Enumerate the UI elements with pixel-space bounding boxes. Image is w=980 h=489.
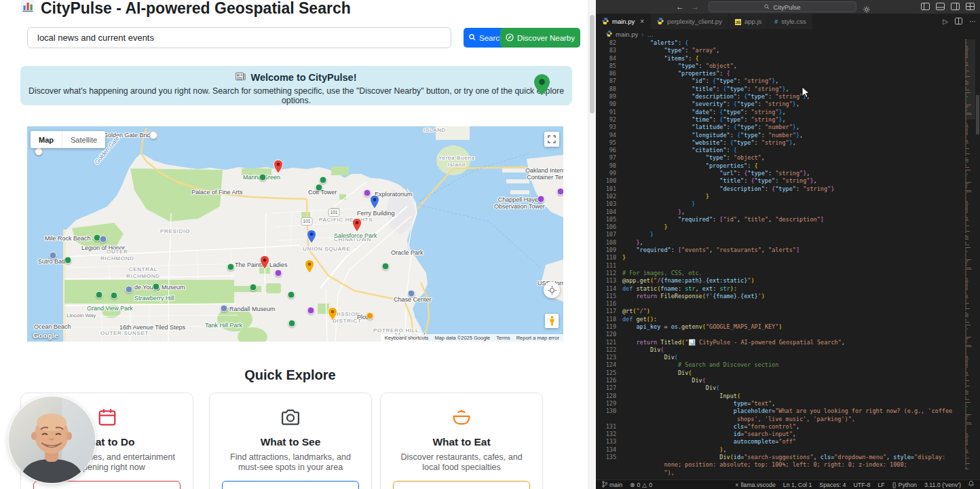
map-marker-museum-dot[interactable]: [126, 286, 133, 293]
css-file-icon: #: [774, 18, 778, 25]
python-file-icon: [657, 18, 664, 26]
google-map[interactable]: Golden Gate BridgeGolden GateISLANDYerba…: [27, 126, 563, 342]
map-marker-orange-dot[interactable]: [366, 312, 374, 320]
banner-body: Discover what's happening around you rig…: [20, 86, 572, 105]
editor-tab-perplexity_client.py[interactable]: perplexity_client.py: [651, 14, 729, 29]
nav-back-icon[interactable]: ←: [676, 2, 684, 12]
eol[interactable]: LF: [878, 482, 884, 488]
editor-scrollbar[interactable]: [976, 95, 979, 134]
code-line: 109 "required": ["events", "restaurants"…: [596, 247, 965, 254]
pegman-street-view[interactable]: [545, 314, 559, 328]
map-marker-green-dot[interactable]: [64, 257, 72, 264]
map-marker-red-pin[interactable]: [352, 218, 362, 235]
llama-vscode-status[interactable]: ×llama.vscode: [735, 482, 775, 488]
citypulse-app: CityPulse - AI-powered Geospatial Search…: [0, 0, 596, 489]
status-bar: main ⊗0 △0 ×llama.vscodeLn 1, Col 1Space…: [596, 479, 980, 489]
code-line: 94 "longitude": {"type": "number"},: [596, 132, 965, 139]
breadcrumb[interactable]: main.py › …: [596, 29, 980, 39]
fullscreen-button[interactable]: [544, 132, 559, 147]
map-type-satellite-button[interactable]: Satellite: [62, 131, 105, 148]
map-marker-green-dot[interactable]: [316, 184, 323, 192]
map-type-map-button[interactable]: Map: [31, 136, 62, 144]
map-pin-icon: [534, 74, 550, 98]
editor-tab-app.js[interactable]: JSapp.js: [729, 14, 768, 29]
map-marker-purple-dot[interactable]: [364, 189, 371, 197]
report-error-link[interactable]: Report a map error: [516, 335, 559, 341]
map-marker-purple-dot[interactable]: [275, 270, 282, 277]
map-marker-orange-pin[interactable]: [305, 259, 315, 276]
problems-status[interactable]: ⊗0 △0: [630, 482, 652, 488]
find-food-button[interactable]: Find Food: [393, 481, 530, 489]
encoding[interactable]: UTF-8: [853, 482, 870, 488]
discover-nearby-button[interactable]: Discover Nearby: [500, 28, 580, 48]
nav-forward-icon[interactable]: →: [691, 2, 699, 12]
editor-tab-style.css[interactable]: #style.css: [768, 14, 812, 29]
vscode-window: ← → CityPulse main.py×perplexity_client.…: [596, 0, 980, 489]
map-marker-white-dot[interactable]: [149, 131, 157, 139]
toggle-primary-sidebar-icon[interactable]: [921, 1, 930, 13]
code-line: 99 "url": {"type": "string"},: [596, 170, 965, 177]
map-marker-white-dot[interactable]: [35, 147, 43, 156]
map-marker-green-dot[interactable]: [153, 283, 160, 291]
toggle-secondary-sidebar-icon[interactable]: [951, 1, 960, 13]
code-line: 85 "type": "object",: [596, 62, 965, 70]
split-editor-icon[interactable]: [955, 18, 962, 26]
banner-heading: Welcome to CityPulse!: [250, 72, 356, 83]
map-marker-blue-pin[interactable]: [370, 195, 380, 212]
gear-icon[interactable]: [863, 3, 870, 16]
compass-icon: [506, 33, 514, 43]
notifications-bell[interactable]: [968, 481, 974, 488]
customize-layout-icon[interactable]: [966, 1, 975, 13]
map-marker-museum-dot[interactable]: [408, 290, 415, 297]
map-marker-green-dot[interactable]: [259, 174, 267, 181]
map-marker-red-pin[interactable]: [260, 255, 270, 272]
terms-link[interactable]: Terms: [496, 335, 510, 341]
cursor-position[interactable]: Ln 1, Col 1: [783, 482, 812, 488]
more-actions-icon[interactable]: ⋯: [969, 18, 976, 25]
map-marker-green-dot[interactable]: [288, 320, 296, 327]
code-line: 95 "website": {"type": "string"},: [596, 139, 965, 147]
run-file-icon[interactable]: ▷: [943, 18, 948, 25]
map-marker-purple-dot[interactable]: [307, 307, 315, 314]
recenter-control[interactable]: [544, 282, 560, 298]
find-attractions-button[interactable]: Find Attractions: [222, 481, 359, 489]
map-marker-green-dot[interactable]: [111, 292, 118, 300]
code-line: 111: [596, 262, 965, 270]
editor-tab-main.py[interactable]: main.py×: [596, 14, 651, 29]
search-input[interactable]: [27, 27, 451, 48]
card-description: Discover restaurants, cafes, and local f…: [394, 452, 529, 473]
git-branch-status[interactable]: main: [602, 481, 622, 489]
map-marker-green-dot[interactable]: [96, 291, 103, 299]
map-marker-museum-dot[interactable]: [100, 236, 107, 243]
map-marker-orange-pin[interactable]: [328, 307, 338, 324]
map-marker-purple-dot[interactable]: [538, 196, 545, 203]
code-line: 108 },: [596, 239, 965, 247]
code-line: 123 Div(: [596, 354, 965, 361]
map-marker-museum-dot[interactable]: [50, 252, 57, 259]
map-marker-green-dot[interactable]: [227, 264, 235, 271]
python-icon: [606, 31, 612, 38]
close-tab-icon[interactable]: ×: [640, 18, 644, 25]
language-mode[interactable]: {}Python: [892, 482, 917, 488]
map-marker-red-pin[interactable]: [274, 160, 284, 177]
map-marker-green-dot[interactable]: [250, 284, 257, 291]
python-interpreter[interactable]: 3.11.0 ('venv'): [924, 482, 961, 488]
minimap[interactable]: [965, 39, 975, 480]
command-center-search[interactable]: CityPulse: [709, 1, 856, 12]
map-marker-green-dot[interactable]: [382, 263, 390, 270]
code-editor[interactable]: 82 "alerts": {83 "type": "array",84 "ite…: [596, 39, 965, 480]
code-line: 96 "citation": {: [596, 147, 965, 154]
code-line: 83 "type": "array",: [596, 47, 965, 54]
quick-explore-cards: What to DoEvents, activities, and entert…: [20, 393, 543, 489]
toggle-panel-icon[interactable]: [936, 1, 945, 13]
map-marker-museum-dot[interactable]: [221, 305, 228, 312]
code-line: 107 }: [596, 231, 965, 238]
indentation[interactable]: Spaces: 4: [819, 482, 846, 488]
map-marker-green-dot[interactable]: [320, 177, 327, 184]
map-marker-purple-dot[interactable]: [557, 188, 564, 196]
keyboard-shortcuts-link[interactable]: Keyboard shortcuts: [385, 335, 429, 341]
google-logo[interactable]: Google: [33, 331, 58, 340]
map-marker-green-dot[interactable]: [288, 291, 295, 299]
map-marker-blue-pin[interactable]: [307, 230, 317, 247]
browser-scrollbar[interactable]: [588, 0, 596, 489]
